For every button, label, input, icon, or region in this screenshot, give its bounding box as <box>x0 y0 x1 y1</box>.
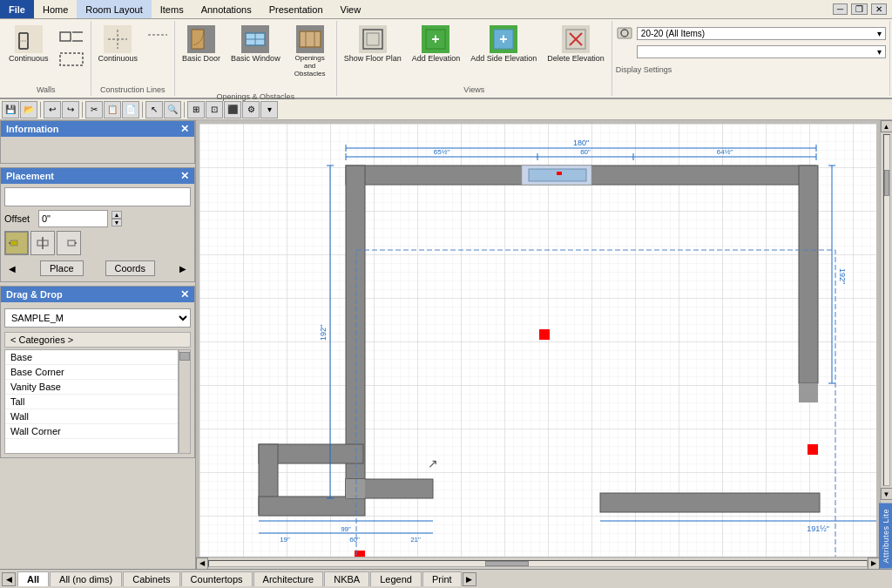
canvas-container: 180" 65½" 60" 64½" 192" <box>196 120 880 569</box>
toolbar-btn-paste[interactable]: 📄 <box>122 101 139 118</box>
toolbar-btn-save[interactable]: 💾 <box>2 101 19 118</box>
construction-small1[interactable] <box>145 26 171 44</box>
add-elevation-button[interactable]: + Add Elevation <box>409 23 464 66</box>
list-item-wall-corner[interactable]: Wall Corner <box>5 424 178 439</box>
v-scroll-down[interactable]: ▼ <box>881 488 893 500</box>
attributes-lite-tab[interactable]: Attributes Lite <box>879 504 893 569</box>
categories-bar[interactable]: < Categories > <box>4 332 191 348</box>
menu-presentation[interactable]: Presentation <box>260 0 332 18</box>
window-close[interactable]: ✕ <box>871 3 887 15</box>
offset-spin-up[interactable]: ▲ <box>112 211 122 219</box>
canvas[interactable]: 180" 65½" 60" 64½" 192" <box>199 124 876 557</box>
toolbar-btn-grid[interactable]: ⊞ <box>187 101 205 118</box>
toolbar-btn-dropdown[interactable]: ▾ <box>260 101 278 118</box>
drag-drop-close-button[interactable]: ✕ <box>180 288 189 301</box>
basic-window-button[interactable]: Basic Window <box>227 23 284 66</box>
list-item-vanity-base[interactable]: Vanity Base <box>5 380 178 395</box>
placement-close-button[interactable]: ✕ <box>180 170 189 182</box>
toolbar-sep-1 <box>40 102 41 118</box>
toolbar-btn-undo[interactable]: ↩ <box>44 101 61 118</box>
tab-architecture[interactable]: Architecture <box>253 571 324 586</box>
toolbar-btn-open[interactable]: 📂 <box>20 101 37 118</box>
svg-text:↗: ↗ <box>428 456 438 470</box>
bottom-tab-prev[interactable]: ◀ <box>2 572 16 586</box>
toolbar-btn-settings[interactable]: ⚙ <box>242 101 260 118</box>
wall-small-btn2[interactable] <box>56 49 87 70</box>
main-area: Information ✕ Placement ✕ Offset ▲ ▼ <box>0 120 892 569</box>
v-scroll-thumb[interactable] <box>884 170 889 196</box>
svg-text:192": 192" <box>838 268 847 284</box>
list-item-base[interactable]: Base <box>5 350 178 365</box>
list-item-wall[interactable]: Wall <box>5 409 178 424</box>
window-restore[interactable]: ❐ <box>851 3 868 15</box>
svg-rect-37 <box>199 124 876 557</box>
wall-small-btn1[interactable] <box>56 26 87 47</box>
tab-cabinets[interactable]: Cabinets <box>123 571 179 586</box>
svg-rect-51 <box>557 172 562 175</box>
categories-label: < Categories > <box>10 335 73 345</box>
svg-rect-12 <box>192 30 204 49</box>
offset-label: Offset <box>4 213 35 224</box>
tab-all-no-dims[interactable]: All (no dims) <box>50 571 122 586</box>
display-dropdown-1[interactable]: 20-20 (All Items) ▾ <box>637 27 886 40</box>
toolbar-btn-cut[interactable]: ✂ <box>85 101 103 118</box>
bottom-tab-next[interactable]: ▶ <box>463 572 476 586</box>
basic-door-button[interactable]: Basic Door <box>179 23 224 66</box>
menu-items[interactable]: Items <box>152 0 193 18</box>
add-side-elevation-button[interactable]: + Add Side Elevation <box>467 23 540 66</box>
tab-legend[interactable]: Legend <box>370 571 422 586</box>
toolbar-btn-snap[interactable]: ⊡ <box>206 101 223 118</box>
tab-countertops[interactable]: Countertops <box>181 571 253 586</box>
menu-file[interactable]: File <box>0 0 34 18</box>
window-minimize[interactable]: ─ <box>833 3 848 15</box>
toolbar-btn-redo[interactable]: ↪ <box>62 101 79 118</box>
h-scroll-left[interactable]: ◀ <box>196 558 208 570</box>
placement-search-input[interactable] <box>4 187 191 206</box>
continuous-construction-button[interactable]: Continuous <box>95 23 142 66</box>
offset-input[interactable] <box>38 210 108 227</box>
coords-button[interactable]: Coords <box>105 260 155 276</box>
list-item-tall[interactable]: Tall <box>5 395 178 409</box>
continuous-wall-button[interactable]: Continuous <box>5 23 52 66</box>
placement-prev-button[interactable]: ◀ <box>6 263 18 274</box>
placement-nav-row: ◀ Place Coords ▶ <box>4 259 191 278</box>
v-scroll-up[interactable]: ▲ <box>881 120 893 132</box>
tab-print[interactable]: Print <box>422 571 462 586</box>
h-scroll-track[interactable] <box>208 560 868 567</box>
display-settings-label: Display Settings <box>616 64 886 74</box>
placement-snap-left[interactable] <box>4 231 29 255</box>
h-scroll-thumb[interactable] <box>485 561 529 566</box>
items-scrollbar[interactable] <box>179 349 191 454</box>
delete-elevation-label: Delete Elevation <box>547 55 605 64</box>
toolbar-btn-zoom[interactable]: 🔍 <box>164 101 181 118</box>
toolbar-btn-select[interactable]: ↖ <box>145 101 163 118</box>
sample-dropdown[interactable]: SAMPLE_M <box>4 308 191 328</box>
display-settings-group: 20-20 (All Items) ▾ ▾ Display Settings <box>612 21 890 96</box>
menu-home[interactable]: Home <box>34 0 77 18</box>
menu-annotations[interactable]: Annotations <box>193 0 260 18</box>
menu-view[interactable]: View <box>332 0 370 18</box>
offset-spin-down[interactable]: ▼ <box>112 219 122 226</box>
menu-room-layout[interactable]: Room Layout <box>77 0 151 18</box>
display-dropdown-2[interactable]: ▾ <box>637 45 886 58</box>
toolbar-btn-copy[interactable]: 📋 <box>104 101 121 118</box>
information-close-button[interactable]: ✕ <box>180 123 189 135</box>
place-button[interactable]: Place <box>40 260 84 276</box>
svg-marker-48 <box>346 479 365 498</box>
placement-snap-center[interactable] <box>30 231 55 255</box>
toolbar-btn-layers[interactable]: ⬛ <box>224 101 241 118</box>
placement-snap-right[interactable] <box>57 231 81 255</box>
show-floor-plan-button[interactable]: Show Floor Plan <box>341 23 405 66</box>
list-item-base-corner[interactable]: Base Corner <box>5 365 178 380</box>
tab-all[interactable]: All <box>17 571 49 586</box>
tab-nkba[interactable]: NKBA <box>324 571 369 586</box>
svg-text:60": 60" <box>580 148 591 156</box>
h-scrollbar[interactable]: ◀ ▶ <box>196 557 880 569</box>
delete-elevation-button[interactable]: Delete Elevation <box>544 23 608 66</box>
h-scroll-right[interactable]: ▶ <box>868 558 880 570</box>
v-scrollbar[interactable]: ▲ ▼ Attributes Lite <box>880 120 892 569</box>
v-scroll-track[interactable] <box>883 134 890 486</box>
placement-next-button[interactable]: ▶ <box>177 263 189 274</box>
openings-obstacles-button[interactable]: Openings and Obstacles <box>287 23 333 80</box>
walls-group: Continuous Walls <box>2 21 91 96</box>
